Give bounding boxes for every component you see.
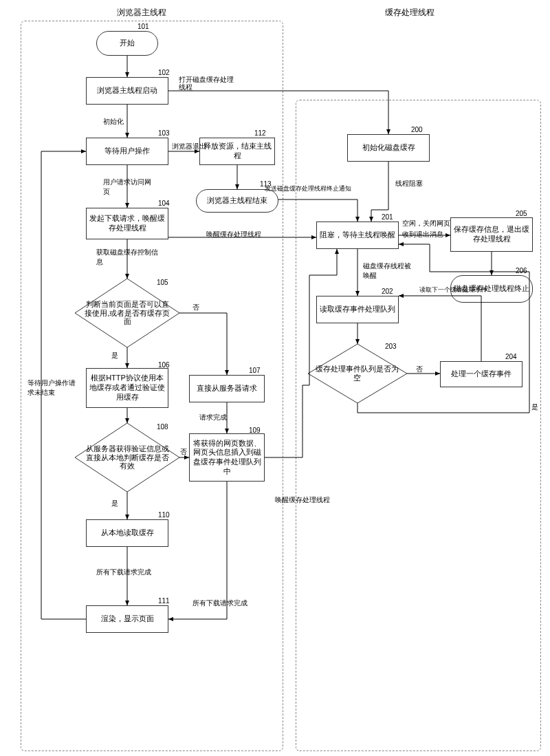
edge-cache-wake: 磁盘缓存线程被唤醒 <box>363 261 411 281</box>
num-201: 201 <box>382 213 393 221</box>
edge-free-close: 空闲，关闭网页 <box>402 219 450 228</box>
node-108: 从服务器获得验证信息或直接从本地判断缓存是否有效 <box>75 423 179 492</box>
node-105: 判断当前页面是否可以直接使用,或者是否有缓存页面 <box>75 279 179 347</box>
edge-105-yes: 是 <box>111 351 118 360</box>
edge-get-next: 读取下一个缓存处理事件 <box>419 285 487 294</box>
edge-wake-handler-104: 唤醒缓存处理线程 <box>206 230 261 239</box>
node-107: 直接从服务器请求 <box>189 375 265 402</box>
swimlane-right <box>296 100 541 751</box>
edge-all-done1: 所有下载请求完成 <box>96 568 151 577</box>
edge-all-done2: 所有下载请求完成 <box>192 598 248 608</box>
flowchart-canvas: 浏览器主线程 缓存处理线程 开始 101 浏览器主线程启动 102 等待用户操作… <box>0 0 550 756</box>
node-112: 释放资源，结束主线程 <box>199 138 275 165</box>
num-206: 206 <box>516 267 527 274</box>
node-201: 阻塞，等待主线程唤醒 <box>316 222 399 249</box>
num-203: 203 <box>385 343 397 350</box>
edge-get-cache-ctrl: 获取磁盘缓存控制信息 <box>96 248 158 267</box>
edge-recv-exit: 收到退出消息 <box>402 230 443 239</box>
num-104: 104 <box>158 199 170 207</box>
node-205: 保存缓存信息，退出缓存处理线程 <box>450 217 533 252</box>
edge-108-no: 否 <box>180 447 187 457</box>
num-205: 205 <box>516 210 527 217</box>
node-101-start: 开始 <box>96 31 158 56</box>
edge-wait-user: 等待用户操作请求未结束 <box>28 378 76 398</box>
swimlane-left-title: 浏览器主线程 <box>117 7 166 19</box>
num-103: 103 <box>158 129 170 137</box>
num-109: 109 <box>249 426 261 434</box>
swimlane-right-title: 缓存处理线程 <box>385 7 434 19</box>
num-204: 204 <box>505 353 517 360</box>
edge-wake-handler-109: 唤醒缓存处理线程 <box>275 495 330 505</box>
node-102: 浏览器主线程启动 <box>86 77 168 105</box>
node-103: 等待用户操作 <box>86 138 168 165</box>
node-204: 处理一个缓存事件 <box>440 361 522 387</box>
num-108: 108 <box>157 423 168 431</box>
num-110: 110 <box>158 511 170 519</box>
num-101: 101 <box>138 23 149 30</box>
node-104: 发起下载请求，唤醒缓存处理线程 <box>86 208 168 239</box>
num-107: 107 <box>249 367 261 374</box>
num-112: 112 <box>254 129 266 137</box>
node-200: 初始化磁盘缓存 <box>347 134 430 162</box>
num-105: 105 <box>157 279 168 286</box>
num-102: 102 <box>158 69 170 76</box>
num-202: 202 <box>382 288 393 295</box>
node-109: 将获得的网页数据、网页头信息插入到磁盘缓存事件处理队列中 <box>189 433 265 482</box>
node-202: 读取缓存事件处理队列 <box>316 296 399 323</box>
num-106: 106 <box>158 361 170 369</box>
edge-init: 初始化 <box>103 117 124 127</box>
edge-open-cache-thread: 打开磁盘缓存处理线程 <box>179 76 234 91</box>
edge-105-no: 否 <box>192 303 199 312</box>
edge-browser-exit: 浏览器退出 <box>172 142 206 151</box>
edge-108-yes: 是 <box>111 499 118 508</box>
edge-user-req: 用户请求访问网页 <box>103 177 151 197</box>
node-110: 从本地读取缓存 <box>86 519 168 547</box>
node-111: 渲染，显示页面 <box>86 605 168 633</box>
edge-send-exit: 发送磁盘缓存处理线程终止通知 <box>265 184 351 193</box>
num-111: 111 <box>158 597 170 605</box>
node-203: 缓存处理事件队列是否为空 <box>308 344 407 403</box>
node-106: 根据HTTP协议使用本地缓存或者通过验证使用缓存 <box>86 368 168 408</box>
edge-thread-block: 线程阻塞 <box>395 179 423 188</box>
edge-203-yes: 是 <box>531 402 538 412</box>
edge-req-done: 请求完成 <box>199 413 227 422</box>
num-200: 200 <box>411 126 423 133</box>
edge-203-no: 否 <box>416 365 423 374</box>
